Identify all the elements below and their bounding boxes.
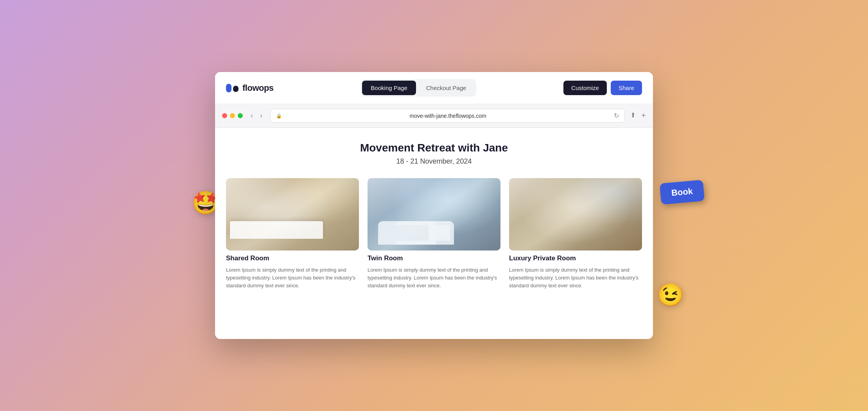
book-button[interactable]: Book <box>660 180 705 204</box>
tl-yellow[interactable] <box>230 113 235 118</box>
customize-button[interactable]: Customize <box>563 81 607 95</box>
retreat-title: Movement Retreat with Jane <box>226 142 642 154</box>
tl-red[interactable] <box>222 113 227 118</box>
room-desc-luxury: Lorem Ipsum is simply dummy text of the … <box>509 266 642 290</box>
forward-arrow[interactable]: › <box>258 110 265 121</box>
tab-checkout-page[interactable]: Checkout Page <box>418 81 475 95</box>
new-tab-icon[interactable]: + <box>641 111 646 120</box>
refresh-icon[interactable]: ↻ <box>614 112 619 119</box>
wink-emoji: 😉 <box>657 282 684 308</box>
room-image-shared <box>226 178 359 251</box>
tl-green[interactable] <box>238 113 243 118</box>
header-actions: Customize Share <box>563 81 642 95</box>
back-arrow[interactable]: ‹ <box>248 110 255 121</box>
room-card-twin: Twin Room Lorem Ipsum is simply dummy te… <box>368 178 500 290</box>
room-name-twin: Twin Room <box>368 254 500 262</box>
room-cards: Shared Room Lorem Ipsum is simply dummy … <box>226 178 642 290</box>
share-browser-icon[interactable]: ⬆ <box>630 111 636 120</box>
room-card-shared: Shared Room Lorem Ipsum is simply dummy … <box>226 178 359 290</box>
browser-window: flowops Booking Page Checkout Page Custo… <box>215 72 653 339</box>
room-desc-twin: Lorem Ipsum is simply dummy text of the … <box>368 266 500 290</box>
traffic-lights <box>222 113 243 118</box>
logo-dot-blue <box>226 84 231 92</box>
url-text: move-with-jane.theflowops.com <box>285 113 611 119</box>
app-header: flowops Booking Page Checkout Page Custo… <box>215 72 653 104</box>
retreat-date: 18 - 21 November, 2024 <box>226 157 642 166</box>
logo-dot-dark <box>233 86 239 92</box>
room-name-luxury: Luxury Private Room <box>509 254 642 262</box>
nav-tabs: Booking Page Checkout Page <box>360 79 476 97</box>
room-card-luxury: Luxury Private Room Lorem Ipsum is simpl… <box>509 178 642 290</box>
room-image-twin <box>368 178 500 251</box>
browser-action-buttons: ⬆ + <box>630 111 646 120</box>
address-bar[interactable]: 🔒 move-with-jane.theflowops.com ↻ <box>270 109 625 123</box>
tab-booking-page[interactable]: Booking Page <box>362 81 416 95</box>
page-content: Movement Retreat with Jane 18 - 21 Novem… <box>215 128 653 339</box>
logo-icon <box>226 84 239 92</box>
logo-text: flowops <box>242 83 274 93</box>
room-desc-shared: Lorem Ipsum is simply dummy text of the … <box>226 266 359 290</box>
logo-area: flowops <box>226 83 274 93</box>
room-image-luxury <box>509 178 642 251</box>
lock-icon: 🔒 <box>276 113 282 119</box>
share-button[interactable]: Share <box>611 81 642 95</box>
browser-chrome: ‹ › 🔒 move-with-jane.theflowops.com ↻ ⬆ … <box>215 104 653 128</box>
room-name-shared: Shared Room <box>226 254 359 262</box>
nav-arrows: ‹ › <box>248 110 265 121</box>
